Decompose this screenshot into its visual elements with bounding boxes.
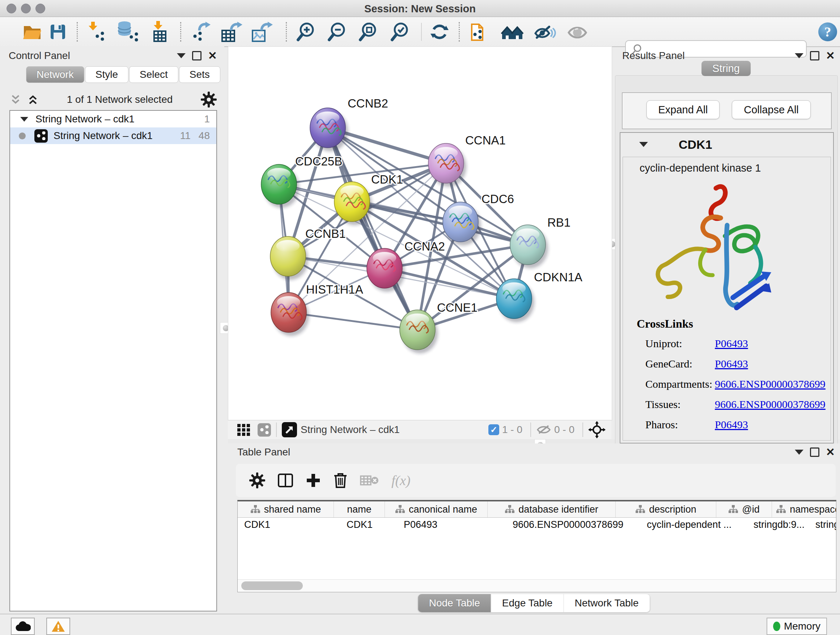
column-header-shared-name[interactable]: shared name — [238, 501, 334, 517]
export-image-button[interactable] — [250, 21, 274, 43]
node-label-CCNA1: CCNA1 — [465, 134, 506, 147]
show-annotations-disabled-button[interactable] — [566, 21, 589, 43]
panel-menu-icon[interactable] — [795, 53, 804, 58]
selected-checkbox[interactable]: ✓ — [488, 424, 499, 435]
collapse-row-icon[interactable] — [20, 117, 28, 122]
hide-annotations-button[interactable] — [533, 21, 557, 43]
scrollbar-thumb[interactable] — [241, 581, 303, 590]
home-pages-button[interactable] — [501, 21, 524, 43]
column-header--id[interactable]: @id — [716, 501, 772, 517]
table-row[interactable]: CDK1CDK1P064939606.ENSP00000378699cyclin… — [238, 518, 836, 532]
node-CDKN1A[interactable]: CDKN1A — [496, 271, 583, 322]
eye-slash-icon — [533, 21, 557, 43]
table-horizontal-scrollbar[interactable] — [238, 579, 836, 592]
crosslink-link[interactable]: 9606.ENSP00000378699 — [715, 378, 826, 390]
node-table: shared namenamecanonical namedatabase id… — [237, 500, 836, 592]
close-panel-icon[interactable]: ✕ — [826, 52, 835, 59]
column-header-description[interactable]: description — [616, 501, 716, 517]
float-panel-icon[interactable] — [810, 51, 819, 60]
zoom-in-button[interactable] — [295, 21, 317, 43]
eye-disabled-icon — [566, 21, 589, 43]
import-network-icon — [86, 21, 110, 43]
hidden-eye-icon[interactable] — [536, 424, 551, 436]
tab-network[interactable]: Network — [26, 66, 84, 83]
open-session-button[interactable] — [22, 22, 43, 42]
crosslink-link[interactable]: 9606.ENSP00000378699 — [715, 398, 826, 410]
tab-string[interactable]: String — [701, 61, 751, 76]
expand-all-button[interactable]: Expand All — [646, 100, 720, 119]
show-columns-icon[interactable] — [277, 473, 294, 488]
zoom-selected-button[interactable] — [389, 21, 411, 43]
zoom-out-button[interactable] — [326, 21, 348, 43]
export-table-button[interactable] — [220, 21, 244, 43]
table-body: CDK1CDK1P064939606.ENSP00000378699cyclin… — [238, 518, 836, 532]
import-network-file-button[interactable] — [86, 21, 110, 43]
crosslink-row: Uniprot:P06493 — [645, 337, 823, 356]
collapse-all-icon[interactable] — [9, 93, 22, 106]
float-panel-icon[interactable] — [192, 51, 202, 60]
network-row-selected[interactable]: String Network – cdk1 11 48 — [10, 127, 216, 144]
close-panel-icon[interactable]: ✕ — [826, 448, 835, 456]
pan-crosshair-icon[interactable] — [588, 421, 606, 439]
tab-style[interactable]: Style — [85, 66, 128, 83]
add-column-icon[interactable] — [305, 472, 321, 488]
gene-section-header[interactable]: CDK1 — [621, 133, 833, 156]
zoom-fit-button[interactable] — [357, 21, 379, 43]
float-panel-icon[interactable] — [810, 448, 819, 457]
table-panel: Table Panel ✕ — [228, 443, 840, 614]
expand-all-icon[interactable] — [27, 93, 39, 106]
toolbar-separator — [286, 22, 287, 42]
collapse-all-button[interactable]: Collapse All — [732, 100, 811, 119]
column-header-namespace[interactable]: namespace — [772, 501, 836, 517]
node-HIST1H1A[interactable]: HIST1H1A — [271, 283, 363, 336]
import-network-database-button[interactable] — [117, 21, 141, 43]
tab-network-table[interactable]: Network Table — [564, 594, 650, 612]
panel-menu-icon[interactable] — [177, 53, 186, 58]
delete-column-icon[interactable] — [333, 472, 348, 489]
node-CCNE1[interactable]: CCNE1 — [400, 301, 477, 353]
import-table-icon — [149, 21, 171, 43]
export-network-button[interactable] — [189, 21, 213, 43]
share-document-button[interactable] — [468, 21, 491, 43]
network-list-toolbar: 1 of 1 Network selected — [9, 90, 217, 109]
close-panel-icon[interactable]: ✕ — [208, 52, 217, 59]
panel-menu-icon[interactable] — [795, 450, 804, 455]
open-folder-icon — [22, 22, 43, 42]
tab-sets[interactable]: Sets — [179, 66, 220, 83]
birdseye-view-icon[interactable] — [282, 422, 297, 437]
collapse-section-icon[interactable] — [639, 142, 648, 147]
help-button[interactable]: ? — [818, 22, 838, 42]
gear-icon[interactable] — [201, 91, 217, 108]
column-hierarchy-icon — [635, 505, 645, 514]
network-collection-row[interactable]: String Network – cdk1 1 — [10, 111, 216, 127]
node-CCNA1[interactable]: CCNA1 — [428, 134, 506, 187]
column-header-name[interactable]: name — [334, 501, 385, 517]
warnings-button[interactable] — [46, 618, 70, 635]
table-gear-icon[interactable] — [249, 472, 265, 489]
table-cell: 9606.ENSP00000378699 — [506, 518, 640, 532]
network-status-dot — [19, 133, 26, 139]
network-view-type-icon[interactable] — [257, 423, 271, 437]
crosslink-link[interactable]: P06493 — [715, 337, 748, 350]
tab-node-table[interactable]: Node Table — [418, 594, 491, 612]
control-panel-title: Control Panel — [9, 50, 70, 62]
refresh-button[interactable] — [429, 21, 450, 42]
cloud-status-button[interactable] — [11, 618, 35, 635]
save-session-button[interactable] — [48, 22, 68, 42]
column-header-canonical-name[interactable]: canonical name — [385, 501, 488, 517]
grid-view-icon[interactable] — [236, 423, 252, 437]
tab-select[interactable]: Select — [129, 66, 178, 83]
table-cell: P06493 — [397, 518, 506, 532]
crosslink-link[interactable]: P06493 — [715, 358, 748, 370]
column-hierarchy-icon — [728, 505, 738, 514]
node-RB1[interactable]: RB1 — [510, 216, 570, 268]
tab-edge-table[interactable]: Edge Table — [491, 594, 564, 612]
import-table-button[interactable] — [149, 21, 171, 43]
column-header-database-identifier[interactable]: database identifier — [488, 501, 616, 517]
zoom-fit-icon — [357, 21, 379, 43]
import-database-icon — [117, 21, 141, 43]
memory-button[interactable]: Memory — [767, 618, 827, 635]
crosslink-link[interactable]: P06493 — [715, 418, 748, 431]
node-CCNB1[interactable]: CCNB1 — [270, 227, 346, 280]
network-canvas[interactable]: CCNB2CCNA1CDC25BCDK1CDC6RB1CCNB1CCNA2CDK… — [228, 46, 612, 421]
